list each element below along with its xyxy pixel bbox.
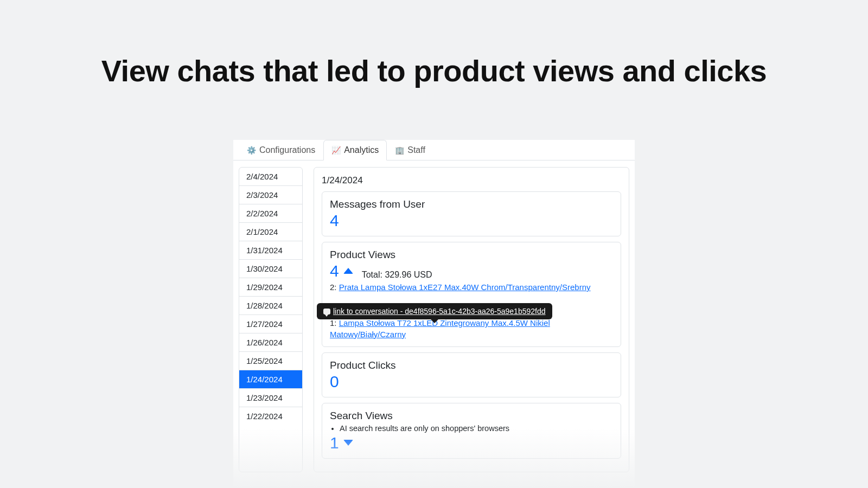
card-title: Messages from User — [330, 198, 613, 210]
page-title: View chats that led to product views and… — [0, 0, 868, 88]
caret-down-icon — [343, 440, 353, 446]
card-search-views: Search Views AI search results are only … — [322, 403, 621, 459]
date-item[interactable]: 1/23/2024 — [239, 389, 302, 407]
card-messages: Messages from User 4 — [322, 191, 621, 236]
tabs: ⚙️ Configurations 📈 Analytics 🏢 Staff — [233, 140, 635, 160]
tab-label: Staff — [407, 145, 425, 155]
date-item[interactable]: 2/1/2024 — [239, 223, 302, 241]
date-item[interactable]: 1/25/2024 — [239, 352, 302, 370]
date-item[interactable]: 2/2/2024 — [239, 204, 302, 223]
app-frame: ⚙️ Configurations 📈 Analytics 🏢 Staff 2/… — [233, 140, 635, 488]
date-item[interactable]: 2/4/2024 — [239, 168, 302, 186]
date-item[interactable]: 2/3/2024 — [239, 186, 302, 204]
tab-label: Analytics — [344, 145, 379, 155]
tab-configurations[interactable]: ⚙️ Configurations — [239, 140, 323, 160]
card-title: Product Clicks — [330, 359, 613, 371]
date-item[interactable]: 1/24/2024 — [239, 370, 302, 389]
chat-icon — [323, 309, 330, 314]
date-item[interactable]: 1/26/2024 — [239, 333, 302, 352]
chart-icon: 📈 — [331, 146, 341, 155]
search-note: AI search results are only on shoppers' … — [340, 424, 613, 433]
card-product-views: Product Views 4 Total: 329.96 USD 2: Pra… — [322, 242, 621, 347]
date-list: 2/4/20242/3/20242/2/20242/1/20241/31/202… — [239, 167, 303, 472]
building-icon: 🏢 — [395, 146, 404, 155]
tab-analytics[interactable]: 📈 Analytics — [323, 140, 387, 160]
caret-up-icon — [343, 268, 353, 274]
date-item[interactable]: 1/28/2024 — [239, 297, 302, 315]
gear-icon: ⚙️ — [247, 146, 256, 155]
date-item[interactable]: 1/31/2024 — [239, 241, 302, 260]
date-item[interactable]: 1/27/2024 — [239, 315, 302, 333]
tab-staff[interactable]: 🏢 Staff — [387, 140, 433, 160]
detail-panel: 1/24/2024 Messages from User 4 Product V… — [314, 167, 629, 472]
product-views-count[interactable]: 4 — [330, 262, 353, 280]
messages-count: 4 — [330, 211, 339, 229]
product-item: 1: Lampa Stołowa T72 1xLED Zintegrowany … — [330, 318, 613, 340]
product-link[interactable]: Prata Lampa Stołowa 1xE27 Max.40W Chrom/… — [339, 282, 591, 292]
date-item[interactable]: 1/30/2024 — [239, 260, 302, 278]
product-clicks-count: 0 — [330, 373, 339, 390]
product-link[interactable]: Lampa Stołowa T72 1xLED Zintegrowany Max… — [330, 318, 550, 338]
search-views-count[interactable]: 1 — [330, 434, 353, 452]
detail-date: 1/24/2024 — [322, 175, 621, 186]
tab-label: Configurations — [259, 145, 315, 155]
date-item[interactable]: 1/22/2024 — [239, 407, 302, 425]
card-title: Product Views — [330, 249, 613, 261]
card-product-clicks: Product Clicks 0 — [322, 352, 621, 397]
card-title: Search Views — [330, 410, 613, 422]
product-views-total: Total: 329.96 USD — [362, 270, 432, 280]
date-item[interactable]: 1/29/2024 — [239, 278, 302, 297]
conversation-tooltip[interactable]: link to conversation - de4f8596-5a1c-42b… — [317, 303, 552, 319]
product-item: 2: Prata Lampa Stołowa 1xE27 Max.40W Chr… — [330, 282, 613, 293]
content-area: 2/4/20242/3/20242/2/20242/1/20241/31/202… — [233, 160, 635, 479]
